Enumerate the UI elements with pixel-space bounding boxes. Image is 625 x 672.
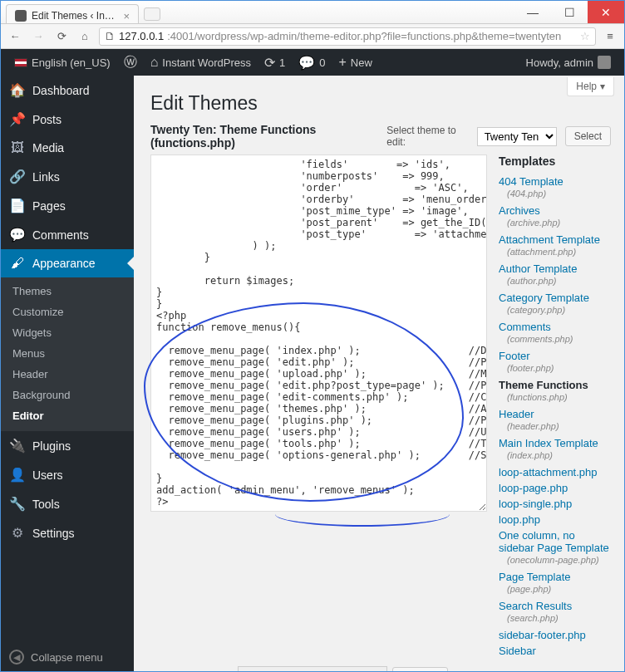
template-link[interactable]: loop-page.php bbox=[499, 479, 611, 495]
site-name-link[interactable]: ⌂Instant WordPress bbox=[144, 49, 258, 76]
menu-dashboard[interactable]: 🏠Dashboard bbox=[1, 76, 134, 105]
submenu-widgets[interactable]: Widgets bbox=[1, 322, 134, 343]
template-filename: (author.php) bbox=[499, 276, 611, 289]
collapse-menu[interactable]: ◀Collapse menu bbox=[1, 643, 134, 671]
template-link[interactable]: loop.php bbox=[499, 511, 611, 527]
submenu-customize[interactable]: Customize bbox=[1, 302, 134, 322]
submenu-themes[interactable]: Themes bbox=[1, 281, 134, 302]
tools-icon: 🔧 bbox=[9, 496, 26, 512]
template-filename: (page.php) bbox=[499, 584, 611, 597]
tab-title: Edit Themes ‹ Instant Wo… bbox=[32, 10, 118, 22]
templates-heading: Templates bbox=[499, 155, 611, 168]
reload-button[interactable]: ⟳ bbox=[52, 27, 71, 46]
template-filename: (functions.php) bbox=[499, 392, 611, 405]
template-link[interactable]: Footer bbox=[499, 347, 611, 363]
submenu-header[interactable]: Header bbox=[1, 364, 134, 385]
template-link[interactable]: 404 Template bbox=[499, 173, 611, 189]
template-filename: (footer.php) bbox=[499, 363, 611, 376]
submenu-menus[interactable]: Menus bbox=[1, 343, 134, 364]
tab-close-icon[interactable]: × bbox=[123, 10, 130, 22]
menu-posts[interactable]: 📌Posts bbox=[1, 105, 134, 134]
code-editor[interactable] bbox=[150, 155, 487, 512]
brush-icon: 🖌 bbox=[9, 256, 26, 271]
menu-appearance[interactable]: 🖌Appearance bbox=[1, 249, 134, 277]
menu-pages[interactable]: 📄Pages bbox=[1, 191, 134, 220]
template-filename: (index.php) bbox=[499, 450, 611, 464]
template-link[interactable]: Search Results bbox=[499, 597, 611, 613]
template-link[interactable]: Attachment Template bbox=[499, 231, 611, 247]
comment-icon: 💬 bbox=[9, 227, 26, 243]
file-header: Twenty Ten: Theme Functions (functions.p… bbox=[150, 123, 378, 150]
close-window-button[interactable]: ✕ bbox=[588, 1, 624, 23]
select-theme-label: Select theme to edit: bbox=[386, 125, 468, 148]
template-filename: (archive.php) bbox=[499, 218, 611, 231]
template-link[interactable]: One column, no sidebar Page Template bbox=[499, 527, 611, 555]
template-link[interactable]: Sidebar bbox=[499, 642, 611, 658]
back-button[interactable]: ← bbox=[6, 27, 24, 46]
settings-icon: ⚙ bbox=[9, 525, 26, 541]
template-link[interactable]: Comments bbox=[499, 318, 611, 334]
comment-icon: 💬 bbox=[298, 55, 315, 71]
browser-toolbar: ← → ⟳ ⌂ 🗋 127.0.0.1:4001/wordpress/wp-ad… bbox=[1, 24, 624, 49]
bookmark-star-icon[interactable]: ☆ bbox=[580, 30, 590, 42]
flag-icon bbox=[14, 58, 27, 67]
submenu-editor[interactable]: Editor bbox=[1, 405, 134, 426]
plus-icon: + bbox=[339, 55, 347, 70]
theme-select[interactable]: Twenty Ten bbox=[477, 127, 557, 146]
wordpress-icon: ⓦ bbox=[124, 54, 137, 71]
select-button[interactable]: Select bbox=[565, 126, 611, 146]
menu-plugins[interactable]: 🔌Plugins bbox=[1, 431, 134, 460]
menu-settings[interactable]: ⚙Settings bbox=[1, 518, 134, 547]
collapse-icon: ◀ bbox=[9, 650, 24, 665]
submenu-background[interactable]: Background bbox=[1, 385, 134, 405]
comments-link[interactable]: 💬0 bbox=[292, 49, 332, 76]
template-link[interactable]: Category Template bbox=[499, 289, 611, 305]
template-link[interactable]: Archives bbox=[499, 202, 611, 218]
template-filename: (header.php) bbox=[499, 421, 611, 434]
template-filename: (attachment.php) bbox=[499, 247, 611, 260]
maximize-button[interactable]: ☐ bbox=[551, 1, 588, 23]
lookup-button[interactable]: Look Up bbox=[392, 667, 448, 672]
new-content-link[interactable]: +New bbox=[332, 49, 379, 76]
new-tab-button[interactable] bbox=[144, 7, 160, 21]
templates-sidebar: Templates 404 Template(404.php)Archives(… bbox=[499, 155, 611, 658]
admin-menu: 🏠Dashboard 📌Posts 🖼Media 🔗Links 📄Pages 💬… bbox=[1, 76, 134, 671]
page-title: Edit Themes bbox=[150, 92, 611, 115]
menu-links[interactable]: 🔗Links bbox=[1, 162, 134, 191]
plugin-icon: 🔌 bbox=[9, 438, 26, 454]
avatar bbox=[598, 56, 611, 69]
home-button[interactable]: ⌂ bbox=[76, 27, 94, 46]
browser-tab[interactable]: Edit Themes ‹ Instant Wo… × bbox=[6, 4, 139, 23]
function-name-select[interactable]: Function Name… bbox=[238, 666, 387, 671]
dashboard-icon: 🏠 bbox=[9, 82, 26, 98]
template-link[interactable]: Header bbox=[499, 405, 611, 421]
my-account[interactable]: Howdy, admin bbox=[519, 49, 618, 76]
wp-adminbar: English (en_US) ⓦ ⌂Instant WordPress ⟳1 … bbox=[1, 49, 624, 76]
minimize-button[interactable]: — bbox=[514, 1, 551, 23]
template-link[interactable]: Page Template bbox=[499, 568, 611, 584]
template-link[interactable]: loop-attachment.php bbox=[499, 464, 611, 479]
menu-users[interactable]: 👤Users bbox=[1, 460, 134, 489]
menu-tools[interactable]: 🔧Tools bbox=[1, 489, 134, 518]
template-link[interactable]: sidebar-footer.php bbox=[499, 626, 611, 642]
forward-button[interactable]: → bbox=[29, 27, 47, 46]
help-tab[interactable]: Help▾ bbox=[567, 77, 614, 96]
menu-media[interactable]: 🖼Media bbox=[1, 134, 134, 162]
template-link[interactable]: loop-single.php bbox=[499, 495, 611, 511]
language-switcher[interactable]: English (en_US) bbox=[7, 49, 117, 76]
template-filename: (category.php) bbox=[499, 305, 611, 318]
template-filename: (404.php) bbox=[499, 189, 611, 202]
window-controls: — ☐ ✕ bbox=[514, 1, 624, 23]
page-icon: 🗋 bbox=[105, 30, 116, 42]
template-link[interactable]: Author Template bbox=[499, 260, 611, 276]
template-link[interactable]: Theme Functions bbox=[499, 376, 611, 392]
address-bar[interactable]: 🗋 127.0.0.1:4001/wordpress/wp-admin/them… bbox=[99, 27, 596, 46]
page-icon: 📄 bbox=[9, 198, 26, 213]
template-link[interactable]: Main Index Template bbox=[499, 434, 611, 450]
wp-logo[interactable]: ⓦ bbox=[117, 49, 144, 76]
wordpress-favicon bbox=[15, 10, 27, 22]
updates-link[interactable]: ⟳1 bbox=[258, 49, 292, 76]
menu-comments[interactable]: 💬Comments bbox=[1, 220, 134, 249]
browser-menu-button[interactable]: ≡ bbox=[601, 30, 619, 42]
template-filename: (search.php) bbox=[499, 613, 611, 626]
